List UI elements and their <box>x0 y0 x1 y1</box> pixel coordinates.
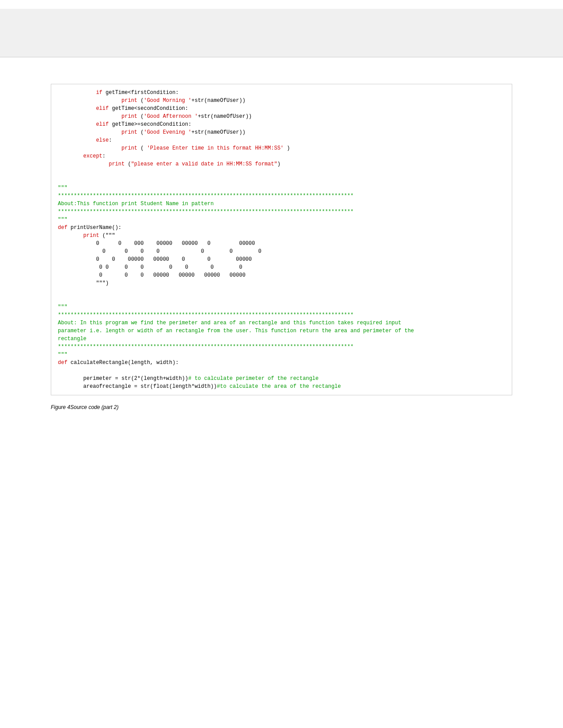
top-bar <box>0 9 563 57</box>
figure-caption: Figure 4Source code (part 2) <box>51 404 512 410</box>
page-container: if getTime<firstCondition: print ('Good … <box>0 0 563 728</box>
code-block: if getTime<firstCondition: print ('Good … <box>51 84 512 395</box>
